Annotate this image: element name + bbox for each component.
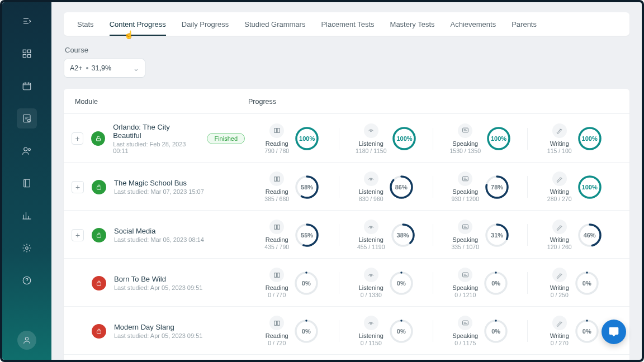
- skill-label: Reading: [266, 236, 288, 243]
- skill-speaking: Speaking 335 / 1070 31%: [433, 220, 528, 250]
- writing-icon: [552, 220, 567, 234]
- skill-listening: Listening 830 / 960 86%: [339, 172, 434, 202]
- lock-icon: [92, 324, 106, 339]
- svg-rect-52: [462, 273, 468, 277]
- module-info: The Magic School Bus Last studied: Mar 0…: [114, 179, 204, 195]
- progress-ring: 100%: [392, 126, 416, 151]
- skill-label: Listening: [359, 284, 383, 291]
- progress-ring: 0%: [294, 319, 319, 344]
- svg-point-60: [371, 323, 372, 324]
- course-select[interactable]: A2+ 31,9% ⌄: [64, 59, 145, 78]
- svg-point-16: [371, 131, 372, 132]
- unlock-icon: [92, 228, 106, 242]
- writing-icon: [552, 316, 567, 330]
- chat-fab[interactable]: [602, 320, 626, 344]
- skill-label: Speaking: [452, 140, 478, 147]
- main-panel: StatsContent ProgressDaily ProgressStudi…: [51, 2, 642, 360]
- reading-icon: [269, 220, 284, 234]
- skill-count: 0 / 1210: [454, 292, 476, 298]
- skill-count: 0 / 1150: [361, 340, 382, 346]
- tab-daily-progress[interactable]: Daily Progress: [182, 12, 229, 36]
- tab-parents[interactable]: Parents: [512, 12, 537, 36]
- listening-icon: [364, 268, 378, 282]
- skill-speaking: Speaking 930 / 1200 78%: [433, 172, 528, 202]
- skill-writing: Writing 120 / 260 46%: [528, 220, 622, 250]
- tab-stats[interactable]: Stats: [77, 12, 94, 36]
- sidebar-users-icon[interactable]: [17, 141, 37, 161]
- speaking-icon: [458, 172, 472, 186]
- reading-icon: [269, 172, 284, 186]
- svg-rect-57: [97, 331, 101, 334]
- sidebar-calendar-icon[interactable]: [17, 76, 37, 96]
- module-info: Orlando: The City Beautiful Last studied…: [113, 123, 199, 154]
- progress-ring: 100%: [577, 175, 602, 199]
- skill-label: Writing: [550, 284, 569, 291]
- expand-button[interactable]: +: [72, 132, 83, 145]
- sidebar-help-icon[interactable]: [17, 270, 37, 290]
- svg-point-6: [28, 120, 31, 122]
- table-header: Module Progress: [64, 89, 629, 114]
- sidebar-chart-icon[interactable]: [17, 206, 37, 226]
- tab-achievements[interactable]: Achievements: [451, 12, 496, 36]
- tab-studied-grammars[interactable]: Studied Grammars: [244, 12, 305, 36]
- skill-listening: Listening 0 / 1150 0%: [339, 316, 434, 346]
- speaking-icon: [458, 220, 472, 234]
- module-row: + Social Media Last studied: Mar 06, 202…: [64, 211, 629, 259]
- tab-mastery-tests[interactable]: Mastery Tests: [390, 12, 435, 36]
- skill-label: Speaking: [452, 188, 478, 195]
- skill-count: 830 / 960: [359, 196, 383, 202]
- expand-button[interactable]: +: [72, 229, 84, 241]
- sidebar-book-icon[interactable]: [17, 173, 37, 193]
- progress-ring: 0%: [575, 319, 599, 344]
- skill-count: 1180 / 1150: [356, 147, 386, 154]
- skill-reading: Reading 385 / 660 58%: [245, 172, 339, 202]
- progress-ring: 46%: [577, 223, 602, 247]
- skills-row: Reading 790 / 780 100% Listening 1180 / …: [245, 123, 622, 154]
- svg-point-7: [24, 147, 27, 151]
- skill-label: Listening: [359, 332, 383, 339]
- sidebar-settings-icon[interactable]: [17, 238, 37, 258]
- skill-reading: Reading 0 / 770 0%: [245, 268, 339, 298]
- speaking-icon: [458, 123, 472, 138]
- expand-button[interactable]: +: [72, 181, 84, 193]
- speaking-icon: [458, 268, 472, 282]
- col-module-header: Module: [75, 98, 248, 106]
- skill-writing: Writing 115 / 100 100%: [528, 123, 622, 154]
- reading-icon: [269, 316, 284, 330]
- skill-label: Writing: [550, 188, 569, 195]
- module-title: Modern Day Slang: [114, 323, 202, 331]
- progress-ring: 38%: [391, 223, 415, 247]
- module-last-studied: Last studied: Mar 06, 2023 08:14: [114, 236, 204, 243]
- module-last-studied: Last studied: Apr 05, 2023 09:51: [114, 332, 202, 339]
- module-last-studied: Last studied: Feb 28, 2023 00:11: [113, 141, 199, 154]
- sidebar-collapse-icon[interactable]: [17, 11, 37, 31]
- sidebar-report-icon[interactable]: [17, 108, 37, 128]
- skill-label: Listening: [359, 140, 383, 147]
- module-title: Social Media: [114, 227, 204, 235]
- module-title: The Magic School Bus: [114, 179, 204, 187]
- tab-content-progress[interactable]: Content Progress: [110, 12, 166, 36]
- sidebar-profile-icon[interactable]: [17, 331, 36, 350]
- progress-ring: 0%: [389, 271, 414, 296]
- tab-placement-tests[interactable]: Placement Tests: [321, 12, 374, 36]
- skill-label: Speaking: [452, 332, 478, 339]
- module-last-studied: Last studied: Apr 05, 2023 09:51: [114, 284, 202, 291]
- skill-count: 120 / 260: [547, 244, 572, 250]
- svg-rect-13: [96, 139, 100, 141]
- module-row: + Orlando: The City Beautiful Last studi…: [64, 114, 629, 163]
- skill-reading: Reading 790 / 780 100%: [245, 123, 339, 154]
- modules-table: Module Progress + Orlando: The City Beau…: [64, 89, 629, 360]
- expand-placeholder: [72, 277, 84, 289]
- sidebar-dashboard-icon[interactable]: [17, 44, 37, 64]
- course-level: A2+: [70, 64, 83, 72]
- svg-rect-4: [23, 83, 31, 90]
- course-label: Course: [65, 46, 629, 54]
- skill-count: 435 / 790: [264, 244, 289, 250]
- skill-label: Reading: [266, 284, 288, 291]
- tab-bar: StatsContent ProgressDaily ProgressStudi…: [64, 12, 629, 36]
- app-frame: StatsContent ProgressDaily ProgressStudi…: [0, 0, 644, 362]
- skill-reading: Reading 0 / 720 0%: [245, 316, 339, 346]
- svg-rect-63: [462, 321, 468, 325]
- skill-count: 790 / 780: [264, 147, 289, 154]
- skill-speaking: Speaking 1530 / 1350 100%: [433, 123, 528, 154]
